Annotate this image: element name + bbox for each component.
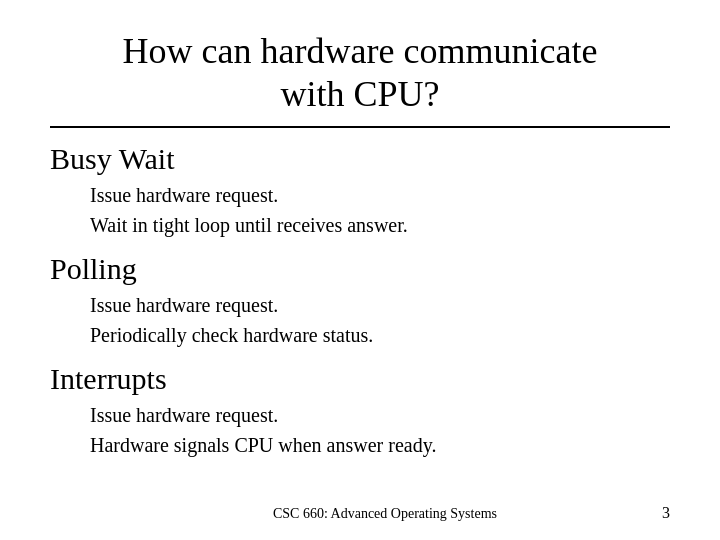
title-line1: How can hardware communicate <box>123 31 598 71</box>
heading-interrupts: Interrupts <box>50 362 670 396</box>
title-line2: with CPU? <box>280 74 439 114</box>
busy-wait-items: Issue hardware request. Wait in tight lo… <box>90 180 670 240</box>
section-busy-wait: Busy Wait Issue hardware request. Wait i… <box>50 142 670 240</box>
interrupts-items: Issue hardware request. Hardware signals… <box>90 400 670 460</box>
polling-item-1: Issue hardware request. <box>90 290 670 320</box>
slide: How can hardware communicate with CPU? B… <box>0 0 720 540</box>
slide-footer: CSC 660: Advanced Operating Systems 3 <box>0 506 720 522</box>
busy-wait-item-2: Wait in tight loop until receives answer… <box>90 210 670 240</box>
interrupts-item-2: Hardware signals CPU when answer ready. <box>90 430 670 460</box>
slide-title: How can hardware communicate with CPU? <box>50 30 670 116</box>
footer-page-number: 3 <box>662 504 670 522</box>
polling-items: Issue hardware request. Periodically che… <box>90 290 670 350</box>
heading-polling: Polling <box>50 252 670 286</box>
section-interrupts: Interrupts Issue hardware request. Hardw… <box>50 362 670 460</box>
footer-course: CSC 660: Advanced Operating Systems <box>50 506 720 522</box>
polling-item-2: Periodically check hardware status. <box>90 320 670 350</box>
heading-busy-wait: Busy Wait <box>50 142 670 176</box>
interrupts-item-1: Issue hardware request. <box>90 400 670 430</box>
busy-wait-item-1: Issue hardware request. <box>90 180 670 210</box>
section-polling: Polling Issue hardware request. Periodic… <box>50 252 670 350</box>
title-divider <box>50 126 670 128</box>
title-section: How can hardware communicate with CPU? <box>50 30 670 116</box>
